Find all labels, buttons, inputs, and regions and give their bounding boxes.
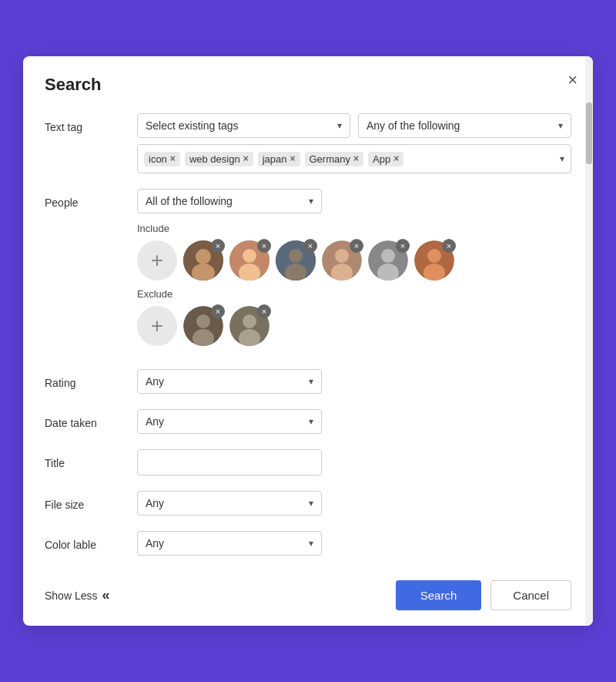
rating-row: Rating Any ▾ — [45, 369, 571, 394]
tags-box-chevron: ▾ — [560, 153, 564, 164]
color-label-chevron: ▾ — [309, 538, 313, 549]
file-size-value: Any — [146, 497, 164, 509]
exclude-sublabel: Exclude — [137, 288, 571, 300]
people-dropdown[interactable]: All of the following ▾ — [137, 189, 322, 213]
scrollbar-track[interactable] — [585, 56, 593, 626]
text-tag-controls: Select existing tags ▾ Any of the follow… — [137, 113, 571, 173]
remove-tag-icon[interactable]: × — [170, 153, 176, 164]
include-avatar-3: × — [276, 240, 316, 281]
file-size-dropdown[interactable]: Any ▾ — [137, 491, 322, 516]
search-button[interactable]: Search — [396, 580, 482, 610]
people-controls: All of the following ▾ Include + — [137, 189, 571, 354]
text-tag-label: Text tag — [45, 113, 137, 133]
tags-input-box[interactable]: icon × web design × japan × Germany × Ap… — [137, 144, 571, 173]
exclude-avatar-2: × — [229, 306, 270, 346]
color-label-label: Color lable — [45, 531, 137, 551]
rating-dropdown[interactable]: Any ▾ — [137, 369, 322, 394]
remove-include-avatar-5[interactable]: × — [396, 239, 410, 253]
date-taken-value: Any — [146, 415, 164, 428]
title-controls — [137, 449, 571, 475]
include-section: Include + × — [137, 223, 571, 281]
scrollbar-thumb[interactable] — [586, 102, 592, 164]
remove-include-avatar-2[interactable]: × — [257, 239, 271, 253]
svg-point-19 — [196, 314, 210, 328]
rating-value: Any — [146, 375, 164, 388]
exclude-avatar-1: × — [183, 306, 223, 346]
include-sublabel: Include — [137, 223, 571, 234]
any-following-label: Any of the following — [367, 119, 460, 132]
rating-chevron: ▾ — [309, 376, 313, 387]
color-label-row: Color lable Any ▾ — [45, 531, 571, 556]
cancel-button[interactable]: Cancel — [490, 580, 571, 610]
select-existing-chevron: ▾ — [337, 120, 342, 131]
svg-point-10 — [335, 249, 349, 263]
include-avatar-2: × — [229, 240, 270, 281]
tag-dropdowns-row: Select existing tags ▾ Any of the follow… — [137, 113, 571, 138]
svg-point-1 — [196, 249, 211, 264]
exclude-section: Exclude + × — [137, 288, 571, 346]
text-tag-row: Text tag Select existing tags ▾ Any of t… — [45, 113, 571, 173]
any-following-chevron: ▾ — [558, 120, 563, 131]
show-less-label: Show Less — [45, 590, 97, 602]
title-row: Title — [45, 449, 571, 475]
remove-include-avatar-4[interactable]: × — [350, 239, 363, 253]
remove-tag-germany[interactable]: × — [353, 153, 359, 164]
show-less-icon: « — [102, 587, 109, 603]
svg-point-16 — [427, 249, 441, 263]
remove-tag-app[interactable]: × — [393, 153, 399, 164]
rating-controls: Any ▾ — [137, 369, 571, 394]
date-taken-controls: Any ▾ — [137, 409, 571, 434]
title-input[interactable] — [137, 449, 322, 475]
remove-exclude-avatar-2[interactable]: × — [257, 304, 271, 318]
add-include-avatar-button[interactable]: + — [137, 240, 177, 281]
add-exclude-avatar-button[interactable]: + — [137, 306, 177, 346]
tags-text-input[interactable] — [408, 153, 564, 165]
action-buttons: Search Cancel — [396, 580, 571, 610]
date-taken-label: Date taken — [45, 409, 137, 429]
file-size-row: File size Any ▾ — [45, 491, 571, 516]
any-following-dropdown[interactable]: Any of the following ▾ — [358, 113, 571, 138]
file-size-controls: Any ▾ — [137, 491, 571, 516]
show-less-button[interactable]: Show Less « — [45, 587, 110, 603]
svg-point-13 — [381, 249, 395, 263]
color-label-value: Any — [146, 537, 164, 549]
rating-label: Rating — [45, 369, 137, 389]
remove-exclude-avatar-1[interactable]: × — [211, 304, 225, 318]
remove-include-avatar-6[interactable]: × — [442, 239, 456, 253]
people-row: People All of the following ▾ Include + — [45, 189, 571, 354]
close-button[interactable]: × — [564, 69, 581, 92]
include-avatar-1: × — [183, 240, 223, 281]
remove-include-avatar-1[interactable]: × — [211, 239, 225, 253]
people-dropdown-label: All of the following — [146, 195, 233, 207]
title-label: Title — [45, 449, 137, 469]
tag-chip-japan: japan × — [258, 152, 300, 166]
color-label-controls: Any ▾ — [137, 531, 571, 556]
remove-tag-webdesign[interactable]: × — [243, 153, 249, 164]
include-avatar-6: × — [414, 240, 454, 281]
date-taken-chevron: ▾ — [309, 416, 313, 427]
svg-point-4 — [243, 249, 256, 263]
tag-chip-icon: icon × — [144, 152, 180, 166]
dialog-title: Search — [45, 75, 571, 95]
include-avatars-row: + × — [137, 240, 571, 281]
select-existing-tags-dropdown[interactable]: Select existing tags ▾ — [137, 113, 350, 138]
include-avatar-5: × — [368, 240, 408, 281]
date-taken-row: Date taken Any ▾ — [45, 409, 571, 434]
search-dialog: Search × Text tag Select existing tags ▾… — [23, 56, 593, 626]
remove-include-avatar-3[interactable]: × — [303, 239, 317, 253]
bottom-bar: Show Less « Search Cancel — [45, 574, 571, 610]
exclude-avatars-row: + × — [137, 306, 571, 346]
select-existing-label: Select existing tags — [146, 119, 239, 132]
people-label: People — [45, 189, 137, 209]
people-dropdown-chevron: ▾ — [309, 196, 313, 207]
color-label-dropdown[interactable]: Any ▾ — [137, 531, 322, 556]
tag-chip-webdesign: web design × — [185, 152, 253, 166]
include-avatar-4: × — [322, 240, 362, 281]
tag-chip-app: App × — [368, 152, 403, 166]
svg-point-7 — [289, 249, 303, 263]
remove-tag-japan[interactable]: × — [290, 153, 295, 164]
file-size-label: File size — [45, 491, 137, 511]
file-size-chevron: ▾ — [309, 498, 313, 509]
tag-chip-germany: Germany × — [305, 152, 363, 166]
date-taken-dropdown[interactable]: Any ▾ — [137, 409, 322, 434]
